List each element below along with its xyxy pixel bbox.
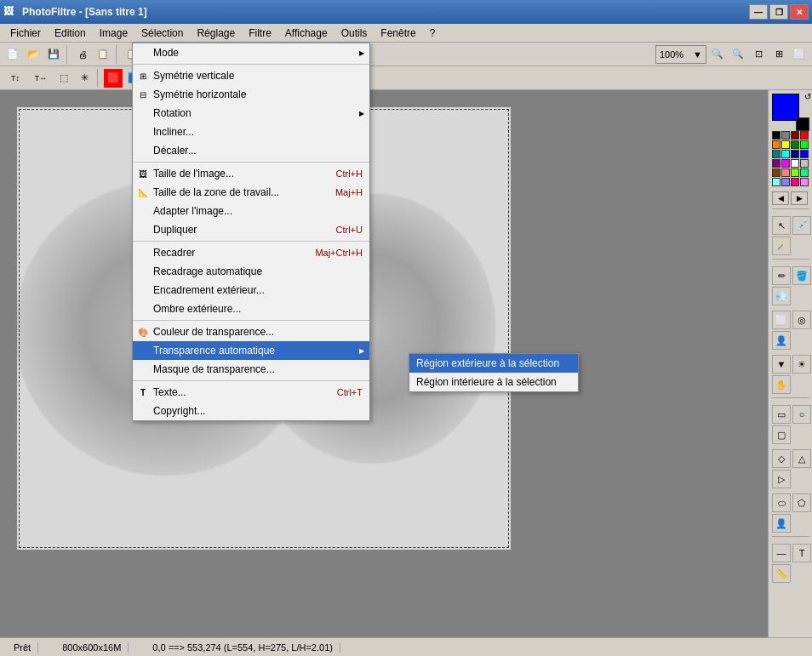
color-periwinkle[interactable] <box>781 178 790 186</box>
selection-tool-btn[interactable]: ⬚ <box>54 69 73 88</box>
zoom-in-button[interactable]: 🔍 <box>708 45 727 64</box>
print-preview-button[interactable]: 📋 <box>94 45 112 64</box>
custom-shape-tool[interactable]: 👤 <box>772 514 791 533</box>
blur-tool[interactable]: ◎ <box>792 311 811 329</box>
color-cyan[interactable] <box>781 150 790 158</box>
menu-filtre[interactable]: Filtre <box>242 25 278 42</box>
palette-next[interactable]: ▶ <box>791 191 808 205</box>
menu-recadrage-auto[interactable]: Recadrage automatique <box>133 262 369 281</box>
fullscreen-button[interactable]: ⬜ <box>790 45 809 64</box>
hand-tool[interactable]: ✋ <box>772 375 791 394</box>
menu-selection[interactable]: Sélection <box>134 25 190 42</box>
color-hotpink[interactable] <box>791 178 799 186</box>
menu-taille-image[interactable]: 🖼 Taille de l'image... Ctrl+H <box>133 164 369 183</box>
menu-taille-zone[interactable]: 📐 Taille de la zone de travail... Maj+H <box>133 183 369 202</box>
menu-edition[interactable]: Edition <box>48 25 93 42</box>
diamond-tool[interactable]: ◇ <box>772 449 791 468</box>
submenu-region-ext[interactable]: Région extérieure à la sélection <box>409 354 578 373</box>
menu-couleur-transp[interactable]: 🎨 Couleur de transparence... <box>133 322 369 341</box>
color-lightpink[interactable] <box>800 178 809 186</box>
menu-texte[interactable]: T Texte... Ctrl+T <box>133 383 369 402</box>
rect-tool[interactable]: ▭ <box>772 405 791 424</box>
dodge-tool[interactable]: ☀ <box>792 355 811 374</box>
print-button[interactable]: 🖨 <box>73 45 92 64</box>
text-tool[interactable]: T <box>792 544 811 562</box>
swap-colors-icon[interactable]: ↺ <box>804 92 811 101</box>
eyedropper-tool[interactable]: 💉 <box>792 216 811 235</box>
color-mint[interactable] <box>800 168 809 177</box>
menu-reglage[interactable]: Réglage <box>190 25 242 42</box>
spray-tool[interactable]: 💨 <box>772 287 791 305</box>
gradient-tool[interactable]: ▼ <box>772 355 791 374</box>
minimize-button[interactable]: — <box>749 4 768 20</box>
color-salmon[interactable] <box>781 168 790 177</box>
menu-ombre[interactable]: Ombre extérieure... <box>133 299 369 318</box>
color-purple[interactable] <box>772 159 781 168</box>
triangle-tool[interactable]: △ <box>792 449 811 468</box>
open-button[interactable]: 📂 <box>24 45 43 64</box>
color-navy[interactable] <box>791 150 799 158</box>
color-blue[interactable] <box>800 150 809 158</box>
menu-encadrement[interactable]: Encadrement extérieur... <box>133 281 369 299</box>
pointer-tool[interactable]: ↖ <box>772 216 791 235</box>
menu-rotation[interactable]: Rotation <box>133 104 369 123</box>
magic-wand-btn[interactable]: ✳ <box>75 69 94 88</box>
color-magenta[interactable] <box>781 159 790 168</box>
color-silver[interactable] <box>800 159 809 168</box>
color-orange[interactable] <box>772 140 781 149</box>
color-lightcyan[interactable] <box>772 178 781 186</box>
menu-affichage[interactable]: Affichage <box>278 25 335 42</box>
rounded-rect-tool[interactable]: ▢ <box>772 425 791 444</box>
menu-aide[interactable]: ? <box>423 25 443 42</box>
palette-prev[interactable]: ◀ <box>772 191 789 205</box>
color-black[interactable] <box>772 131 781 140</box>
actual-size-button[interactable]: ⊞ <box>769 45 788 64</box>
restore-button[interactable]: ❐ <box>769 4 788 20</box>
color-teal[interactable] <box>772 150 781 158</box>
lasso-tool[interactable]: ⬭ <box>772 493 791 512</box>
zoom-dropdown[interactable]: 100% ▼ <box>655 45 706 64</box>
color1-btn[interactable]: 🟥 <box>104 69 123 88</box>
menu-copyright[interactable]: Copyright... <box>133 402 369 420</box>
menu-transp-auto[interactable]: Transparence automatique <box>133 341 369 360</box>
ellipse-tool[interactable]: ○ <box>792 405 811 424</box>
stamp-tool[interactable]: 👤 <box>772 331 791 350</box>
color-lime[interactable] <box>791 168 799 177</box>
wand-tool[interactable]: 🪄 <box>772 237 791 255</box>
menu-outils[interactable]: Outils <box>335 25 375 42</box>
color-gray[interactable] <box>781 131 790 140</box>
eraser-tool[interactable]: ⬜ <box>772 311 791 329</box>
menu-mode[interactable]: Mode <box>133 43 369 62</box>
menu-dupliquer[interactable]: Dupliquer Ctrl+U <box>133 220 369 239</box>
color-darkred[interactable] <box>791 131 799 140</box>
menu-recadrer[interactable]: Recadrer Maj+Ctrl+H <box>133 243 369 262</box>
fit-button[interactable]: ⊡ <box>749 45 768 64</box>
menu-adapter[interactable]: Adapter l'image... <box>133 202 369 220</box>
menu-sym-horiz[interactable]: ⊟ Symétrie horizontale <box>133 85 369 104</box>
pencil-tool[interactable]: ✏ <box>772 266 791 285</box>
menu-incliner[interactable]: Incliner... <box>133 123 369 141</box>
color-white[interactable] <box>791 159 799 168</box>
color-darkgreen[interactable] <box>791 140 799 149</box>
save-button[interactable]: 💾 <box>44 45 63 64</box>
secondary-color-swatch[interactable] <box>796 117 809 131</box>
submenu-region-int[interactable]: Région intérieure à la sélection <box>409 373 578 391</box>
color-yellow[interactable] <box>781 140 790 149</box>
menu-masque-transp[interactable]: Masque de transparence... <box>133 360 369 379</box>
menu-fenetre[interactable]: Fenêtre <box>374 25 422 42</box>
menu-sym-vert[interactable]: ⊞ Symétrie verticale <box>133 66 369 85</box>
arrow-tool[interactable]: ▷ <box>772 470 791 488</box>
close-button[interactable]: ✕ <box>790 4 809 20</box>
color-red[interactable] <box>800 131 809 140</box>
poly-tool[interactable]: ⬠ <box>792 493 811 512</box>
text-size-button[interactable]: T↕ <box>3 69 27 88</box>
menu-fichier[interactable]: Fichier <box>3 25 48 42</box>
canvas-area[interactable] <box>0 90 768 637</box>
fill-tool[interactable]: 🪣 <box>792 266 811 285</box>
measure-tool[interactable]: 📏 <box>772 564 791 583</box>
zoom-out-button[interactable]: 🔍 <box>729 45 747 64</box>
menu-decaler[interactable]: Décaler... <box>133 141 369 160</box>
line-tool[interactable]: — <box>772 544 791 562</box>
text-offset-button[interactable]: T↔ <box>29 69 53 88</box>
menu-image[interactable]: Image <box>93 25 134 42</box>
